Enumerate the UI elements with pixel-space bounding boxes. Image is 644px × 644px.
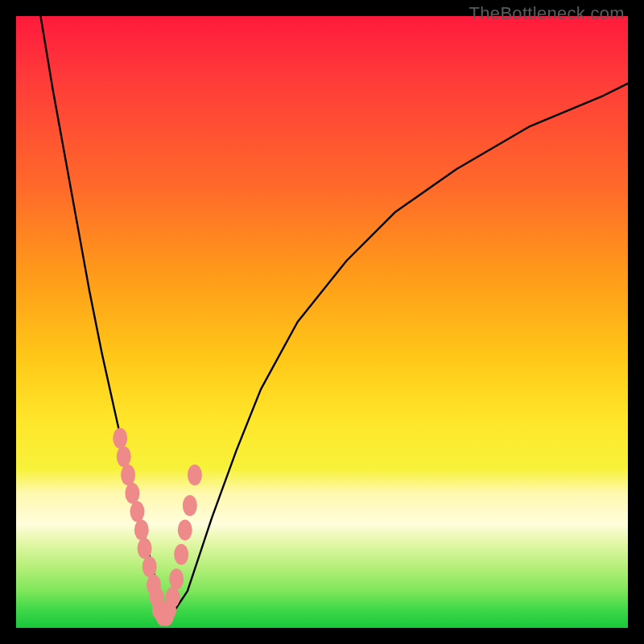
highlight-marker [142, 556, 157, 577]
marker-layer [113, 427, 202, 625]
highlight-marker [134, 519, 149, 540]
highlight-marker [166, 587, 180, 608]
highlight-marker [169, 568, 184, 589]
highlight-marker [117, 446, 131, 467]
highlight-marker [178, 519, 192, 540]
watermark-text: TheBottleneck.com [469, 3, 625, 24]
chart-frame: TheBottleneck.com [0, 0, 644, 644]
highlight-marker [121, 464, 135, 485]
series-bottleneck-curve [40, 16, 628, 616]
highlight-marker [113, 427, 127, 448]
curve-layer [40, 16, 628, 616]
chart-svg [16, 16, 628, 628]
highlight-marker [174, 544, 188, 565]
highlight-marker [130, 502, 144, 522]
highlight-marker [125, 483, 139, 504]
highlight-marker [183, 495, 197, 516]
plot-area [16, 16, 628, 628]
highlight-marker [138, 538, 152, 559]
highlight-marker [188, 464, 202, 485]
